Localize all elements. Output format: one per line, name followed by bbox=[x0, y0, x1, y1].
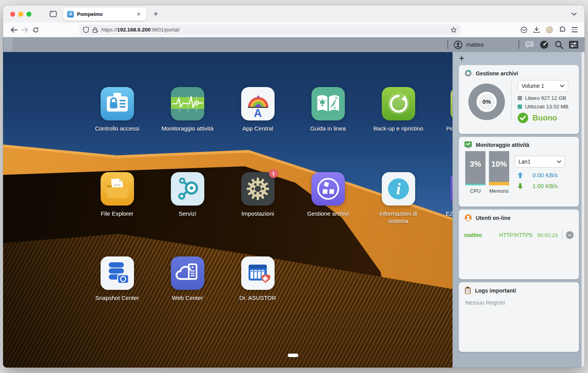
list-tabs-chevron-icon[interactable] bbox=[571, 12, 577, 16]
svg-text:N: N bbox=[335, 96, 338, 100]
logs-empty-message: Nessun Registri bbox=[459, 296, 579, 310]
app-storage-manager[interactable]: Gestione archivi bbox=[293, 172, 363, 225]
app-access-control[interactable]: Controllo accessi bbox=[82, 87, 152, 132]
page-scrollbar-track[interactable] bbox=[581, 52, 585, 368]
app-settings[interactable]: 1 Impostazioni bbox=[223, 172, 293, 225]
app-services[interactable]: Servizi bbox=[152, 172, 223, 225]
close-tab-icon[interactable]: ✕ bbox=[135, 10, 143, 18]
volume-select[interactable]: Volume 1 bbox=[518, 80, 568, 92]
storage-widget-title: Gestione archivi bbox=[476, 70, 518, 77]
online-users-widget-title: Utenti on-line bbox=[476, 215, 510, 221]
file-explorer-icon bbox=[101, 172, 134, 206]
widget-sidebar: + Gestione archivi 0% bbox=[452, 52, 581, 368]
bookmark-star-icon[interactable] bbox=[451, 27, 457, 33]
new-tab-button[interactable]: + bbox=[150, 9, 161, 19]
app-central-icon: A bbox=[241, 87, 275, 120]
menu-hamburger-icon[interactable] bbox=[572, 27, 578, 32]
system-information-icon: i bbox=[382, 172, 415, 206]
app-system-information[interactable]: i Informazioni di sistema bbox=[363, 172, 433, 225]
volume-status: Buono bbox=[518, 113, 574, 123]
forward-button[interactable] bbox=[19, 24, 30, 35]
toolbar-extensions-area bbox=[520, 26, 579, 33]
upload-rate-row: 0.00 KB/s bbox=[517, 172, 574, 178]
services-icon bbox=[171, 172, 204, 206]
downloads-icon[interactable] bbox=[533, 26, 540, 33]
browser-tab[interactable]: A Pompelmo ✕ bbox=[63, 7, 146, 21]
user-menu[interactable]: matteo bbox=[454, 40, 484, 49]
add-widget-button[interactable]: + bbox=[459, 54, 468, 63]
logs-clipboard-icon bbox=[464, 287, 471, 294]
minimize-window-button[interactable] bbox=[18, 12, 23, 17]
header-separator bbox=[447, 40, 448, 49]
app-file-explorer[interactable]: File Explorer bbox=[82, 172, 152, 225]
tab-strip: A Pompelmo ✕ + bbox=[3, 5, 585, 23]
volume-usage-percent: 0% bbox=[477, 92, 497, 112]
back-button[interactable] bbox=[9, 24, 19, 35]
used-space-legend: Utilizzati 13.02 MB bbox=[518, 104, 574, 110]
free-legend-swatch bbox=[518, 96, 522, 100]
adm-desktop: Controllo accessi Monitoraggio atti bbox=[3, 52, 452, 368]
app-app-central[interactable]: A App Central bbox=[223, 87, 293, 132]
adm-portal-page: matteo bbox=[3, 37, 585, 368]
network-interface-select[interactable]: Lan1 bbox=[515, 156, 565, 167]
pocket-icon[interactable] bbox=[520, 26, 527, 33]
app-cutoff-row2-icon[interactable] bbox=[451, 172, 452, 206]
online-users-widget-icon bbox=[464, 214, 472, 221]
app-backup-restore[interactable]: Back-up e ripristino bbox=[363, 87, 433, 132]
url-text: https://192.168.0.200:8601/portal/ bbox=[101, 27, 180, 33]
app-cutoff-row2-label: EZ bbox=[431, 210, 452, 217]
extensions-puzzle-icon[interactable] bbox=[559, 26, 566, 33]
storage-manager-icon bbox=[311, 172, 345, 206]
app-online-help[interactable]: N S Guida in linea bbox=[293, 87, 363, 132]
user-avatar-icon bbox=[454, 40, 463, 49]
user-row-divider bbox=[562, 228, 562, 242]
dr-asustor-icon bbox=[241, 256, 275, 290]
close-window-button[interactable] bbox=[10, 12, 15, 17]
settings-gear-icon bbox=[241, 172, 275, 206]
logs-widget-title: Logs importanti bbox=[475, 288, 516, 294]
browser-toolbar: https://192.168.0.200:8601/portal/ bbox=[3, 23, 585, 37]
online-user-protocol: HTTP/HTTPS bbox=[499, 232, 532, 238]
svg-text:i: i bbox=[396, 180, 401, 198]
widget-panel-toggle-icon[interactable] bbox=[569, 40, 578, 49]
app-web-center[interactable]: Web Center bbox=[152, 256, 223, 302]
app-activity-monitor[interactable]: Monitoraggio attività bbox=[152, 87, 223, 132]
adm-corner-button[interactable] bbox=[4, 38, 12, 51]
app-cutoff-row1-icon[interactable] bbox=[451, 87, 452, 120]
shield-icon[interactable] bbox=[83, 26, 89, 33]
search-icon[interactable] bbox=[554, 40, 564, 49]
svg-text:S: S bbox=[334, 106, 336, 110]
web-center-icon bbox=[171, 256, 204, 290]
settings-notification-badge: 1 bbox=[269, 169, 278, 178]
download-rate: 1.00 KB/s bbox=[532, 183, 558, 189]
storage-widget: Gestione archivi 0% Volume 1 Libero bbox=[459, 65, 579, 134]
disconnect-user-icon[interactable] bbox=[566, 231, 574, 239]
app-dr-asustor[interactable]: Dr. ASUSTOR bbox=[223, 256, 293, 302]
url-bar[interactable]: https://192.168.0.200:8601/portal/ bbox=[79, 24, 461, 35]
app-snapshot-center[interactable]: Snapshot Center bbox=[82, 256, 152, 302]
online-user-row: matteo HTTP/HTTPS 00:02:23 bbox=[459, 228, 579, 242]
free-space-legend: Libero 927.12 GB bbox=[518, 95, 574, 101]
firefox-view-icon[interactable] bbox=[49, 9, 58, 19]
activity-monitor-widget-icon bbox=[464, 141, 472, 148]
upload-rate: 0.00 KB/s bbox=[532, 172, 558, 178]
snapshot-center-icon bbox=[101, 256, 134, 290]
notifications-chat-icon[interactable] bbox=[525, 40, 534, 49]
lock-warning-icon[interactable] bbox=[92, 27, 98, 33]
online-user-name: matteo bbox=[464, 232, 482, 238]
desktop-page-indicator[interactable] bbox=[288, 354, 298, 357]
status-check-icon bbox=[518, 113, 528, 123]
activity-monitor-widget: Monitoraggio attività 3% CPU 10% Memoria bbox=[459, 137, 579, 207]
resource-gauge-icon[interactable] bbox=[539, 40, 549, 49]
logged-in-username: matteo bbox=[466, 42, 484, 48]
zoom-window-button[interactable] bbox=[26, 12, 31, 17]
online-help-icon: N S bbox=[311, 87, 345, 120]
asustor-favicon-icon: A bbox=[67, 11, 74, 17]
reload-button[interactable] bbox=[30, 24, 41, 35]
upload-arrow-icon bbox=[517, 172, 523, 178]
access-control-icon bbox=[101, 87, 134, 120]
adm-header-bar: matteo bbox=[3, 37, 585, 52]
account-avatar[interactable] bbox=[546, 26, 553, 33]
activity-monitor-icon bbox=[171, 87, 204, 120]
header-separator bbox=[518, 40, 519, 49]
